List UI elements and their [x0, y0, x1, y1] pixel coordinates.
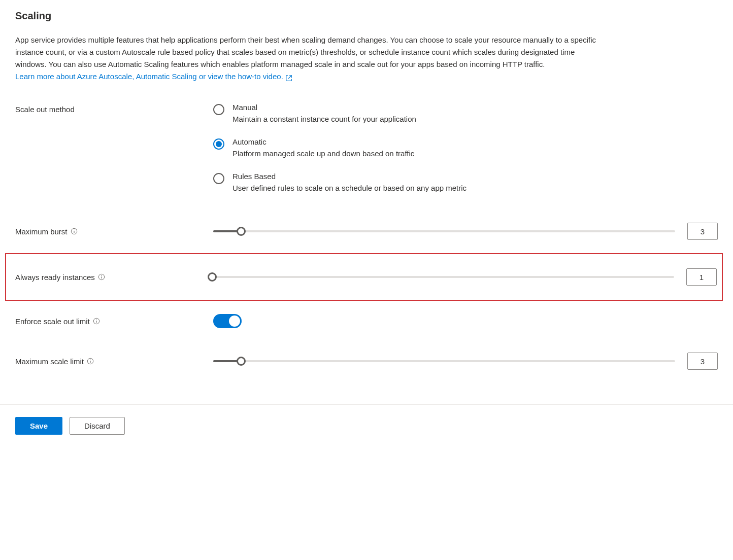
radio-label-manual: Manual: [232, 103, 416, 112]
maximum-burst-row: Maximum burst: [15, 219, 718, 244]
scaling-description: App service provides multiple features t…: [15, 34, 599, 83]
page-title: Scaling: [15, 10, 718, 22]
slider-thumb[interactable]: [237, 357, 246, 366]
always-ready-row: Always ready instances: [5, 253, 723, 301]
info-icon[interactable]: [87, 358, 94, 365]
radio-option-rules[interactable]: Rules Based User defined rules to scale …: [213, 172, 467, 192]
maximum-burst-label: Maximum burst: [15, 227, 68, 236]
scale-out-radio-group: Manual Maintain a constant instance coun…: [213, 103, 467, 192]
svg-point-7: [96, 320, 96, 320]
info-icon[interactable]: [93, 318, 100, 325]
scale-out-method-label-text: Scale out method: [15, 105, 75, 114]
slider-thumb[interactable]: [208, 272, 217, 282]
always-ready-input[interactable]: [686, 268, 717, 286]
footer: Save Discard: [0, 405, 733, 447]
slider-thumb[interactable]: [237, 227, 246, 236]
radio-description-rules: User defined rules to scale on a schedul…: [232, 184, 467, 192]
radio-label-rules: Rules Based: [232, 172, 467, 181]
learn-more-link[interactable]: Learn more about Azure Autoscale, Automa…: [15, 71, 292, 83]
radio-button-automatic[interactable]: [213, 138, 224, 150]
scale-out-method-label: Scale out method: [15, 103, 213, 114]
always-ready-slider[interactable]: [212, 276, 674, 278]
svg-point-10: [90, 360, 90, 360]
maximum-scale-limit-slider[interactable]: [213, 360, 675, 362]
enforce-limit-toggle[interactable]: [213, 314, 242, 328]
radio-description-manual: Maintain a constant instance count for y…: [232, 115, 416, 123]
radio-option-automatic[interactable]: Automatic Platform managed scale up and …: [213, 137, 467, 158]
info-icon[interactable]: [98, 273, 105, 281]
svg-point-4: [101, 275, 102, 276]
save-button[interactable]: Save: [15, 417, 62, 435]
radio-label-automatic: Automatic: [232, 137, 414, 146]
info-icon[interactable]: [71, 228, 78, 235]
radio-button-rules[interactable]: [213, 173, 224, 184]
learn-more-text: Learn more about Azure Autoscale, Automa…: [15, 71, 283, 83]
radio-description-automatic: Platform managed scale up and down based…: [232, 149, 414, 158]
radio-button-manual[interactable]: [213, 104, 224, 115]
maximum-burst-slider[interactable]: [213, 230, 675, 232]
maximum-burst-input[interactable]: [687, 223, 718, 240]
maximum-scale-limit-input[interactable]: [687, 353, 718, 370]
always-ready-label: Always ready instances: [15, 273, 95, 282]
description-text: App service provides multiple features t…: [15, 36, 596, 68]
maximum-scale-limit-row: Maximum scale limit: [15, 348, 718, 374]
maximum-scale-limit-label: Maximum scale limit: [15, 357, 84, 366]
external-link-icon: [285, 73, 292, 80]
svg-point-1: [74, 230, 74, 230]
radio-option-manual[interactable]: Manual Maintain a constant instance coun…: [213, 103, 467, 123]
enforce-limit-row: Enforce scale out limit: [15, 310, 718, 332]
discard-button[interactable]: Discard: [70, 417, 125, 435]
toggle-thumb: [229, 316, 240, 327]
enforce-limit-label: Enforce scale out limit: [15, 317, 90, 326]
